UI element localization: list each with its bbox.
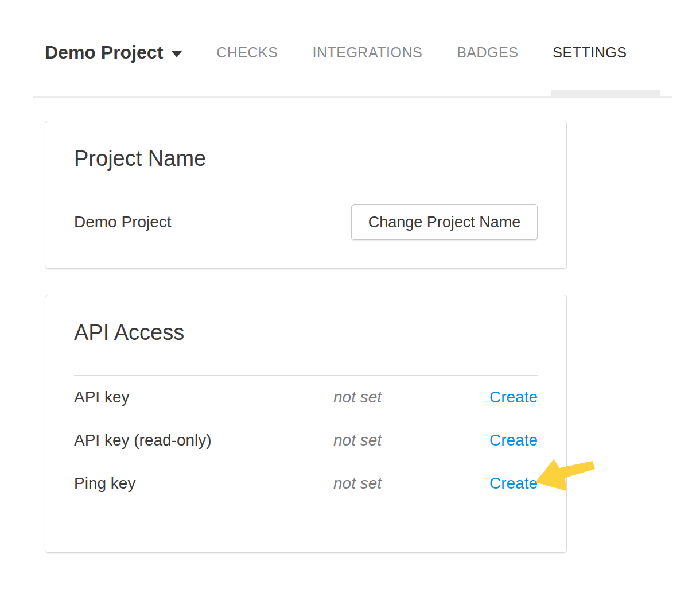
api-key-label: API key [74, 388, 333, 406]
table-row-api-key: API key not set Create [74, 375, 538, 419]
tab-settings[interactable]: SETTINGS [535, 41, 644, 63]
api-key-value: not set [333, 388, 489, 406]
project-name-card: Project Name Demo Project Change Project… [45, 121, 567, 269]
ping-key-value: not set [333, 474, 489, 493]
project-switcher[interactable]: Demo Project [45, 41, 182, 63]
change-project-name-button[interactable]: Change Project Name [351, 204, 538, 240]
create-api-key-link[interactable]: Create [489, 388, 538, 406]
tab-checks[interactable]: CHECKS [199, 41, 295, 63]
api-key-readonly-label: API key (read-only) [74, 431, 333, 450]
tab-badges[interactable]: BADGES [440, 41, 535, 63]
api-access-card: API Access API key not set Create API ke… [45, 295, 567, 553]
ping-key-label: Ping key [74, 474, 333, 493]
table-row-ping-key: Ping key not set Create [74, 462, 538, 505]
project-name-row: Demo Project Change Project Name [74, 204, 538, 240]
chevron-down-icon [172, 51, 182, 57]
project-name-card-title: Project Name [74, 145, 538, 172]
api-access-card-title: API Access [74, 319, 538, 346]
create-api-key-readonly-link[interactable]: Create [489, 431, 538, 449]
current-project-name: Demo Project [74, 213, 172, 231]
active-tab-indicator [551, 90, 660, 96]
table-row-api-key-readonly: API key (read-only) not set Create [74, 419, 538, 462]
top-navigation: Demo Project CHECKS INTEGRATIONS BADGES … [33, 0, 672, 98]
create-ping-key-link[interactable]: Create [489, 474, 538, 492]
nav-tabs: CHECKS INTEGRATIONS BADGES SETTINGS [199, 41, 644, 63]
tab-integrations[interactable]: INTEGRATIONS [295, 41, 440, 63]
api-key-readonly-value: not set [333, 431, 489, 450]
page: Demo Project CHECKS INTEGRATIONS BADGES … [33, 0, 672, 553]
api-keys-table: API key not set Create API key (read-onl… [74, 375, 538, 505]
project-title-label: Demo Project [45, 41, 163, 63]
